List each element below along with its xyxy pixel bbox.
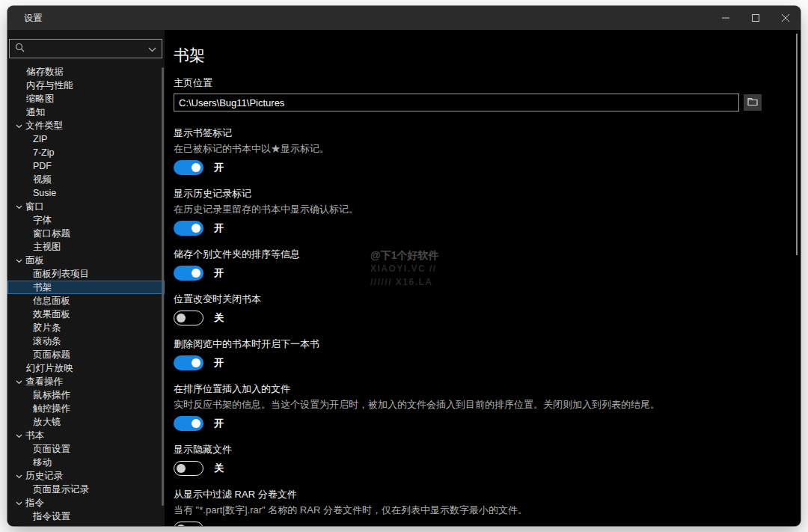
- chevron-down-icon: [16, 120, 22, 131]
- sidebar-item[interactable]: 页面显示记录: [7, 483, 165, 496]
- sidebar-group[interactable]: 历史记录: [7, 469, 165, 483]
- setting-section: 显示历史记录标记 在历史记录里留存的书本中显示确认标记。 开: [174, 187, 762, 236]
- toggle-knob: [192, 358, 201, 367]
- setting-section: 位置改变时关闭书本 关: [174, 293, 762, 325]
- sidebar-item[interactable]: 主视图: [7, 240, 165, 254]
- chevron-down-icon: [16, 376, 22, 387]
- sidebar-item-label: 内存与性能: [26, 79, 73, 92]
- sidebar-scrollbar-thumb[interactable]: [162, 67, 164, 506]
- search-input[interactable]: [29, 43, 148, 55]
- sidebar-item[interactable]: 页面标题: [7, 348, 165, 361]
- sidebar-item-label: 胶片条: [33, 322, 61, 334]
- toggle-switch[interactable]: [174, 355, 203, 370]
- setting-label: 从显示中过滤 RAR 分卷文件: [174, 488, 762, 501]
- chevron-down-icon: [16, 201, 22, 212]
- sidebar-item[interactable]: 视频: [7, 173, 165, 186]
- setting-label: 位置改变时关闭书本: [174, 293, 762, 306]
- sidebar-item[interactable]: 胶片条: [7, 321, 165, 334]
- sidebar-item[interactable]: 页面设置: [7, 442, 165, 456]
- toggle-switch[interactable]: [174, 522, 203, 526]
- setting-label: 显示书签标记: [174, 126, 762, 140]
- sidebar-item[interactable]: 移动: [7, 456, 165, 469]
- sidebar-group[interactable]: 文件类型: [7, 119, 165, 132]
- sidebar-item[interactable]: 储存数据: [7, 65, 165, 79]
- sidebar-item-label: 面板列表项目: [33, 268, 89, 281]
- toggle-state-label: 关: [214, 462, 224, 475]
- sidebar-item[interactable]: 通知: [7, 106, 165, 119]
- toggle-switch[interactable]: [174, 221, 203, 236]
- toggle-state-label: 开: [214, 266, 224, 280]
- setting-description: 实时反应书架的信息。当这个设置为开启时，被加入的文件会插入到目前的排序位置。关闭…: [174, 398, 762, 412]
- sidebar-item-label: 窗口标题: [33, 227, 70, 240]
- sidebar-item[interactable]: ZIP: [7, 132, 165, 146]
- home-location-input[interactable]: [174, 94, 739, 111]
- sidebar-item[interactable]: 7-Zip: [7, 146, 165, 159]
- chevron-down-icon: [16, 471, 22, 481]
- sidebar-item-label: 字体: [33, 214, 52, 227]
- setting-section: 从显示中过滤 RAR 分卷文件 当有 "*.part[数字].rar" 名称的 …: [174, 488, 762, 526]
- minimize-button[interactable]: [711, 6, 741, 30]
- sidebar-item[interactable]: 书架: [7, 281, 165, 294]
- sidebar-item[interactable]: 指令设置: [7, 510, 165, 523]
- sidebar-group[interactable]: 书本: [7, 429, 165, 442]
- toggle-knob: [192, 224, 201, 233]
- toggle-knob: [192, 163, 201, 172]
- setting-section: 储存个别文件夹的排序等信息 开: [174, 248, 762, 281]
- close-icon: [782, 14, 789, 22]
- setting-label: 储存个别文件夹的排序等信息: [174, 248, 762, 261]
- sidebar-item-label: 信息面板: [33, 295, 70, 308]
- toggle-switch[interactable]: [174, 266, 203, 281]
- sidebar-group[interactable]: 指令: [7, 496, 165, 510]
- close-button[interactable]: [771, 6, 801, 30]
- sidebar-item-label: ZIP: [33, 134, 47, 144]
- toggle-row: 开: [174, 266, 762, 281]
- setting-section: 显示隐藏文件 关: [174, 443, 762, 476]
- setting-description: 在历史记录里留存的书本中显示确认标记。: [174, 203, 762, 216]
- toggle-switch[interactable]: [174, 160, 203, 175]
- settings-window: 设置 储存数据 内: [7, 6, 801, 526]
- sidebar-item-label: 主视图: [33, 241, 61, 254]
- toggle-switch[interactable]: [174, 311, 203, 325]
- sidebar-item-label: 视频: [33, 174, 52, 186]
- sidebar-item[interactable]: 窗口标题: [7, 227, 165, 240]
- toggle-state-label: 开: [214, 417, 224, 430]
- sidebar-item[interactable]: 面板列表项目: [7, 267, 165, 281]
- sidebar-item-label: 储存数据: [26, 66, 64, 79]
- search-combobox[interactable]: [9, 39, 162, 58]
- sidebar-item-label: PDF: [33, 161, 52, 171]
- toggle-knob: [177, 314, 186, 322]
- sidebar-group[interactable]: 面板: [7, 254, 165, 267]
- sidebar-item[interactable]: 字体: [7, 213, 165, 227]
- sidebar-item[interactable]: 效果面板: [7, 308, 165, 321]
- sidebar-item-label: 页面显示记录: [33, 483, 89, 496]
- toggle-state-label: 关: [214, 311, 224, 325]
- maximize-button[interactable]: [741, 6, 771, 30]
- sidebar-item[interactable]: 鼠标操作: [7, 388, 165, 402]
- sidebar-group-label: 查看操作: [25, 376, 63, 388]
- sidebar-item[interactable]: 幻灯片放映: [7, 361, 165, 375]
- toggle-switch[interactable]: [174, 461, 203, 476]
- sidebar-item-label: 滚动条: [33, 335, 61, 348]
- toggle-knob: [177, 525, 186, 527]
- toggle-knob: [192, 269, 201, 278]
- main-scrollbar-thumb[interactable]: [796, 34, 798, 255]
- toggle-switch[interactable]: [174, 416, 203, 431]
- sidebar-item[interactable]: 放大镜: [7, 415, 165, 429]
- sidebar-item[interactable]: 缩略图: [7, 92, 165, 106]
- sidebar-group[interactable]: 查看操作: [7, 375, 165, 388]
- sidebar-item[interactable]: PDF: [7, 159, 165, 173]
- settings-tree: 储存数据 内存与性能 缩略图 通知 文件类型 ZIP 7-Zip PDF 视频 …: [7, 65, 165, 523]
- sidebar-item[interactable]: 信息面板: [7, 294, 165, 308]
- chevron-down-icon[interactable]: [148, 42, 156, 55]
- toggle-state-label: 开: [214, 356, 224, 370]
- sidebar-item-label: 移动: [33, 456, 52, 469]
- sidebar-item[interactable]: 内存与性能: [7, 79, 165, 92]
- sidebar-group[interactable]: 窗口: [7, 200, 165, 213]
- sidebar-item[interactable]: 触控操作: [7, 402, 165, 415]
- sidebar-item-label: 鼠标操作: [33, 389, 70, 402]
- sidebar-item[interactable]: 滚动条: [7, 334, 165, 348]
- browse-folder-button[interactable]: [744, 94, 762, 111]
- sidebar-group-label: 书本: [25, 429, 44, 442]
- sidebar-item[interactable]: Susie: [7, 186, 165, 200]
- setting-section: 显示书签标记 在已被标记的书本中以★显示标记。 开: [174, 126, 762, 175]
